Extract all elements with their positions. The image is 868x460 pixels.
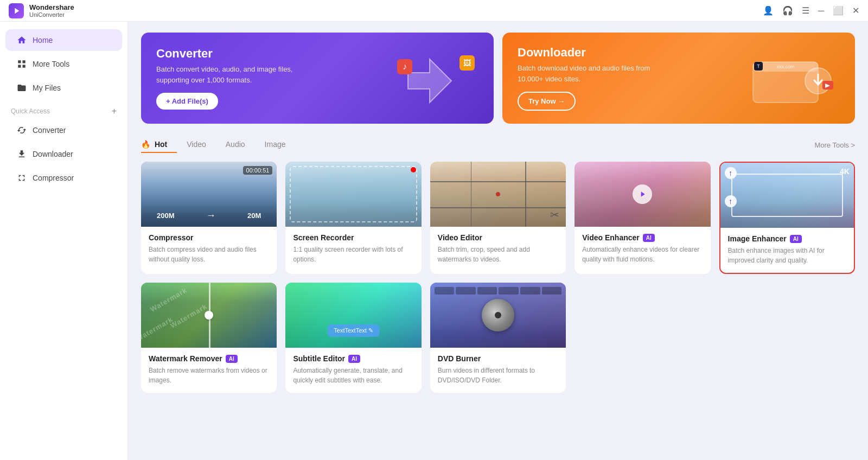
sidebar-item-compressor[interactable]: Compressor [5,167,122,189]
tab-audio[interactable]: Audio [216,137,255,153]
play-button-icon [633,184,652,204]
video-enhancer-title: Video Enhancer AI [582,233,703,242]
screen-recorder-desc: 1:1 quality screen recorder with lots of… [293,245,413,264]
watermark-text-2: Watermark [169,302,208,330]
tool-card-screen-recorder[interactable]: Screen Recorder 1:1 quality screen recor… [285,162,421,274]
quick-access-label: Quick Access [11,107,50,115]
tool-card-image-enhancer[interactable]: 4K ↑ ↑ Image Enhancer AI [719,162,855,274]
dvd-hole [495,312,501,318]
main-content: Converter Batch convert video, audio, an… [128,22,868,460]
tool-card-compressor[interactable]: 00:00:51 200M → 20M Compressor Batch com… [141,162,277,274]
image-enhancer-title: Image Enhancer AI [728,234,846,243]
size-to: 20M [247,212,261,220]
tools-grid: 00:00:51 200M → 20M Compressor Batch com… [141,162,855,393]
tool-card-video-enhancer[interactable]: Video Enhancer AI Automatically enhance … [575,162,710,274]
sidebar-item-converter[interactable]: Converter [5,119,122,141]
compressor-size-labels: 200M → 20M [141,210,277,221]
image-enhancer-thumb: 4K ↑ ↑ [720,163,854,228]
compressor-title: Compressor [149,233,269,242]
tool-card-video-editor[interactable]: ✂ Video Editor Batch trim, crop, speed a… [430,162,566,274]
sidebar-downloader-label: Downloader [33,150,73,158]
compressor-desc: Batch compress video and audio files wit… [149,245,269,264]
tab-hot[interactable]: 🔥 Hot [141,137,177,153]
tab-image[interactable]: Image [255,137,296,153]
tab-audio-label: Audio [226,140,245,149]
video-editor-thumb: ✂ [430,162,566,227]
tabs-row: 🔥 Hot Video Audio Image [141,137,296,153]
svg-marker-0 [15,8,19,14]
subtitle-editor-thumb: TextTextText ✎ [285,283,421,348]
screen-recorder-info: Screen Recorder 1:1 quality screen recor… [285,227,421,272]
tool-card-watermark-remover[interactable]: Watermark Watermark Watermark Watermark … [141,283,277,393]
tab-video[interactable]: Video [177,137,216,153]
ai-badge: AI [226,355,238,363]
dvd-disc-icon [482,299,514,331]
downloader-icon [16,149,27,159]
subtitle-editor-desc: Automatically generate, translate, and q… [293,366,413,385]
app-subtitle: UniConverter [29,11,74,18]
menu-icon[interactable]: ☰ [802,5,809,16]
converter-icon [16,125,27,136]
image-enhancer-info: Image Enhancer AI Batch enhance images w… [720,228,854,273]
downloader-banner-title: Downloader [518,46,659,60]
scissors-icon: ✂ [550,208,559,221]
sidebar-item-more-tools[interactable]: More Tools [5,53,122,75]
downloader-banner-graphic: xxx.com T [742,51,840,105]
compressor-icon [16,173,27,183]
dvd-burner-title: DVD Burner [438,354,558,363]
home-icon [16,35,27,46]
svg-marker-1 [408,59,451,103]
video-enhancer-desc: Automatically enhance videos for clearer… [582,245,703,264]
headset-icon[interactable]: 🎧 [782,5,793,16]
ai-badge: AI [348,355,360,363]
grid-icon [16,59,27,69]
watermark-remover-desc: Batch remove watermarks from videos or i… [149,366,269,385]
ai-badge: AI [790,235,802,243]
tool-card-dvd-burner[interactable]: DVD Burner Burn videos in different form… [430,283,566,393]
app-icon [9,3,24,18]
app-title: Wondershare UniConverter [29,3,74,18]
minimize-icon[interactable]: ─ [818,6,824,16]
subtitle-text-preview: TextTextText ✎ [327,324,380,337]
video-editor-desc: Batch trim, crop, speed and add watermar… [438,245,558,264]
downloader-banner[interactable]: Downloader Batch download video and audi… [502,33,855,124]
ai-badge: AI [643,234,655,242]
watermark-text-3: Watermark [141,315,175,343]
video-editor-info: Video Editor Batch trim, crop, speed and… [430,227,566,272]
compressor-thumb: 00:00:51 200M → 20M [141,162,277,227]
dvd-burner-desc: Burn videos in different formats to DVD/… [438,366,558,385]
more-tools-link[interactable]: More Tools > [814,141,855,149]
tool-card-subtitle-editor[interactable]: TextTextText ✎ Subtitle Editor AI Automa… [285,283,421,393]
svg-text:♪: ♪ [403,62,407,71]
screen-recorder-thumb [285,162,421,227]
titlebar: Wondershare UniConverter 👤 🎧 ☰ ─ ⬜ ✕ [0,0,868,22]
converter-banner-text: Converter Batch convert video, audio, an… [156,47,297,110]
video-editor-title: Video Editor [438,233,558,242]
sidebar: Home More Tools My Files Quick Access + … [0,22,128,460]
converter-add-files-button[interactable]: + Add File(s) [156,93,218,110]
window-controls: 👤 🎧 ☰ ─ ⬜ ✕ [763,5,859,16]
sidebar-more-tools-label: More Tools [33,60,69,68]
svg-marker-14 [641,191,645,196]
maximize-icon[interactable]: ⬜ [833,5,844,16]
svg-text:T: T [757,63,760,69]
compress-arrow-icon: → [206,210,216,221]
converter-banner-title: Converter [156,47,297,61]
tools-section: 🔥 Hot Video Audio Image More Tools > [141,137,855,393]
quick-access-add-icon[interactable]: + [112,106,117,116]
downloader-banner-desc: Batch download video and audio files fro… [518,63,659,84]
sidebar-item-my-files[interactable]: My Files [5,77,122,99]
tab-image-label: Image [265,140,286,149]
video-enhancer-thumb [575,162,710,227]
watermark-text-1: Watermark [149,286,188,314]
banners-row: Converter Batch convert video, audio, an… [141,33,855,124]
downloader-try-now-button[interactable]: Try Now → [518,92,576,111]
video-enhancer-info: Video Enhancer AI Automatically enhance … [575,227,710,272]
svg-text:xxx.com: xxx.com [776,64,794,69]
sidebar-item-downloader[interactable]: Downloader [5,143,122,165]
converter-banner[interactable]: Converter Batch convert video, audio, an… [141,33,494,124]
subtitle-preview-text: TextTextText ✎ [334,327,373,334]
sidebar-item-home[interactable]: Home [5,29,122,51]
profile-icon[interactable]: 👤 [763,5,774,16]
close-icon[interactable]: ✕ [852,5,859,16]
